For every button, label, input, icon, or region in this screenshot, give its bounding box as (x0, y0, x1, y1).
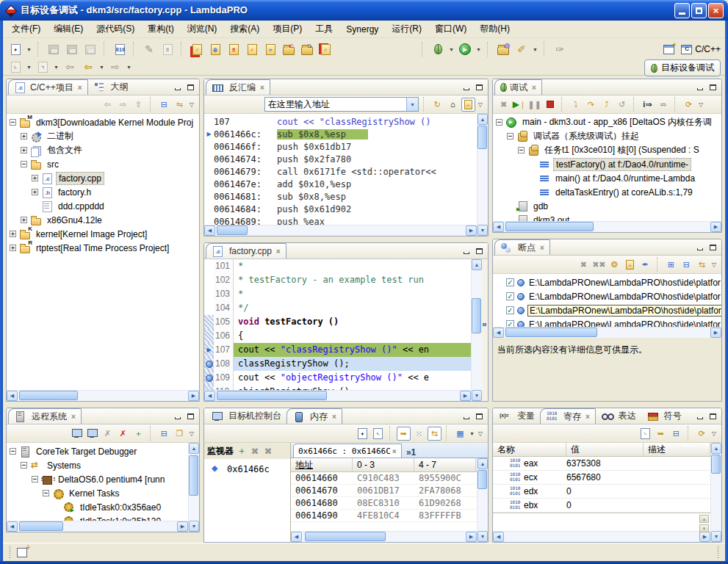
tree-item[interactable]: +Rrtptest[Real Time Process Project] (7, 241, 199, 255)
step-into-icon[interactable]: ⤵ (569, 98, 583, 112)
dropdown-icon[interactable]: ▼ (26, 59, 32, 75)
view-menu-icon[interactable]: ▽ (477, 101, 484, 108)
tab-factory-cpp[interactable]: factory.cpp × (206, 243, 286, 258)
fast-view-icon[interactable] (17, 548, 27, 557)
tab-registers[interactable]: 寄存 × (540, 408, 596, 424)
annotation-gutter[interactable] (204, 315, 214, 329)
show-logical-structure-icon[interactable]: ➥ (654, 427, 668, 441)
expander-icon[interactable]: − (496, 119, 502, 126)
minimize-view-button[interactable] (172, 411, 183, 421)
minimize-view-button[interactable] (694, 411, 705, 421)
tree-item[interactable]: −Systems (7, 458, 188, 472)
back-icon[interactable]: ⇦ (101, 98, 115, 112)
remove-all-monitors-icon[interactable]: ✖ (263, 446, 273, 456)
tree-item[interactable]: +包含文件 (7, 143, 199, 157)
editor-line[interactable]: 109 cout << "objectRegistryShow ()" << e (204, 371, 471, 385)
memory-row[interactable]: 006146904FE810C483FFFFFB (291, 510, 477, 522)
refresh-icon[interactable]: ↻ (430, 98, 444, 112)
step-return-icon[interactable]: ⤴ (599, 98, 613, 112)
maximize-view-button[interactable] (474, 82, 485, 92)
breakpoint-item[interactable]: ✓E:\LambdaPROnew\LambdaPRO\host\ide\plat… (493, 303, 721, 317)
more-renderings-icon[interactable]: »1 (406, 447, 416, 458)
view-menu-icon[interactable]: ▽ (477, 430, 484, 437)
tree-item[interactable]: +factory.h (7, 185, 199, 199)
link-renderings-icon[interactable]: ➥ (397, 427, 411, 441)
annotation-gutter[interactable] (204, 259, 214, 273)
delete-connection-icon[interactable]: ✗ (116, 427, 130, 441)
open-makefile-button[interactable]: ↶ (281, 41, 297, 57)
tree-item[interactable]: +dkm3.out (493, 213, 721, 221)
expander-icon[interactable]: + (10, 245, 16, 251)
breakpoint-item[interactable]: ✓E:\LambdaPROnew\LambdaPRO\host\ide\plat… (493, 317, 721, 327)
memory-table-header[interactable]: 地址 0 - 3 4 - 7 (291, 458, 477, 472)
maximize-view-button[interactable] (707, 411, 718, 421)
close-icon[interactable]: × (585, 413, 590, 421)
horizontal-scrollbar[interactable]: ◀▶ (7, 521, 188, 532)
perspective-debug-button[interactable]: 目标设备调试 (644, 59, 721, 76)
editor-line[interactable]: 110 objectRegistryShow (); (204, 385, 471, 390)
debug-button[interactable] (430, 41, 446, 57)
debug-dropdown-icon[interactable]: ▼ (448, 41, 455, 57)
script-mail-button[interactable]: ✉ (262, 41, 278, 57)
save-all-button[interactable] (64, 41, 80, 57)
run-dropdown-icon[interactable]: ▼ (475, 41, 482, 57)
editor-line[interactable]: 102* testFactory - an example test run (204, 273, 471, 287)
editor-line[interactable]: 103* (204, 287, 471, 301)
vertical-scrollbar[interactable]: ▲▼ (471, 259, 482, 401)
skip-all-breakpoints-icon[interactable]: ❂ (608, 258, 621, 272)
drop-to-frame-icon[interactable]: ↺ (615, 98, 629, 112)
generate-code-button[interactable]: ≡ (159, 41, 176, 57)
expander-icon[interactable]: + (32, 175, 38, 181)
go-to-last-position-button[interactable]: ↰ (35, 59, 51, 75)
terminate-icon[interactable] (543, 98, 557, 112)
vertical-scrollbar[interactable]: ▲▼ (188, 443, 199, 532)
rendering-tab[interactable]: 0x61466c : 0x61466C × (293, 444, 402, 458)
menu-item[interactable]: 运行(R) (386, 21, 428, 37)
vertical-scrollbar[interactable]: ▲▼ (710, 443, 721, 542)
disassembly-row[interactable]: ▶0061466c:sub $0x8,%esp (204, 128, 477, 140)
layout-icon[interactable]: ▦ (453, 427, 467, 441)
annotation-gutter[interactable]: ▶ (204, 343, 214, 357)
close-icon[interactable]: × (71, 413, 76, 421)
memory-monitor-item[interactable]: 0x61466c (204, 462, 290, 476)
maximize-view-button[interactable] (474, 246, 485, 256)
last-edit-location-button[interactable]: ↳ (7, 59, 24, 75)
menu-item[interactable]: Synergy (340, 22, 384, 37)
minimize-view-button[interactable] (461, 411, 472, 421)
script-check-button[interactable]: ✓ (244, 41, 260, 57)
disassembly-row[interactable]: 00614689:push %eax (204, 215, 477, 225)
tab-symbols[interactable]: 符号 (641, 408, 687, 424)
maximize-view-button[interactable] (474, 411, 485, 421)
menu-item[interactable]: 搜索(A) (224, 21, 265, 37)
expander-icon[interactable]: − (507, 133, 513, 140)
close-icon[interactable]: × (78, 84, 82, 92)
maximize-view-button[interactable] (707, 242, 718, 252)
dropdown-icon[interactable]: ▼ (53, 59, 60, 75)
tree-item[interactable]: −任务t1 [0x3ce010] 核[0] (Suspended : S (493, 143, 721, 157)
suspend-icon[interactable]: ❚❚ (527, 98, 541, 112)
close-window-button[interactable]: × (708, 3, 724, 18)
new-wizard-button[interactable]: + (7, 41, 24, 57)
show-type-names-icon[interactable]: ✎ (638, 427, 652, 441)
remove-monitor-icon[interactable]: ✖ (250, 446, 260, 456)
tab-target-console[interactable]: 目标机控制台 (206, 408, 286, 424)
annotation-gutter[interactable] (204, 371, 214, 385)
menu-item[interactable]: 浏览(N) (181, 21, 223, 37)
layout-dropdown-icon[interactable]: ▼ (469, 425, 475, 441)
maximize-view-button[interactable] (185, 82, 196, 92)
tree-item[interactable]: +ddd.cppddd (7, 199, 199, 213)
binary-file-button[interactable]: 010 (112, 41, 128, 57)
annotation-gutter[interactable] (204, 385, 214, 390)
registers-table-header[interactable]: 名称 值 描述 (493, 443, 710, 457)
close-icon[interactable]: × (540, 244, 544, 252)
track-expression-icon[interactable]: ➥ (461, 98, 475, 112)
tab-breakpoints[interactable]: 断点 × (494, 239, 550, 255)
tree-item[interactable]: −Kernel Tasks (7, 486, 188, 500)
title-bar[interactable]: 目标设备调试 - dkm3/src/factory.cpp - LambdaPR… (0, 0, 728, 21)
collapse-all-icon[interactable]: ⊟ (157, 98, 171, 112)
registers-table[interactable]: eax6375308ecx6567680edx0ebx0 (493, 457, 710, 513)
external-tools-button[interactable]: ✐ (513, 41, 530, 57)
collapse-all-icon[interactable]: ⊟ (669, 427, 683, 441)
horizontal-scrollbar[interactable]: ◀▶ (493, 531, 710, 542)
tab-debug[interactable]: 调试 × (494, 79, 542, 95)
